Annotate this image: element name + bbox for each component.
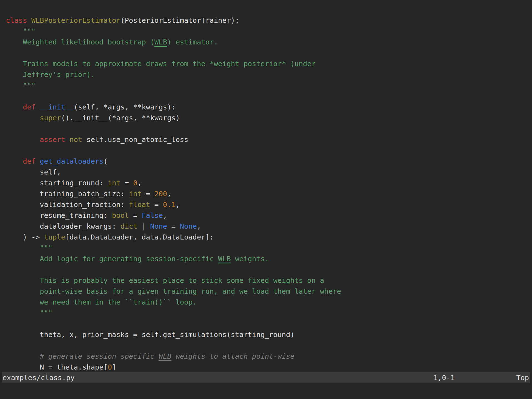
code-token: float — [129, 200, 150, 209]
code-token: None — [180, 222, 197, 230]
code-token: def — [23, 103, 36, 111]
code-token: WLB — [154, 38, 167, 46]
code-token: 0 — [108, 363, 112, 371]
code-token: ] — [112, 363, 116, 371]
statusline-filename: examples/class.py — [2, 372, 75, 383]
code-token: validation_fraction: — [6, 200, 129, 209]
code-token: = — [150, 200, 163, 209]
code-line: # generate session specific WLB weights … — [6, 351, 532, 362]
code-line: Weighted likelihood bootstrap (WLB) esti… — [6, 37, 532, 48]
code-token: [data.DataLoader, data.DataLoader]: — [65, 233, 214, 241]
code-token: = — [167, 222, 180, 230]
code-token: This is probably the easiest place to st… — [6, 276, 324, 285]
code-token: dict — [121, 222, 137, 230]
code-token: False — [142, 211, 163, 220]
code-token: __init__ — [40, 103, 74, 111]
code-token — [65, 135, 69, 144]
code-token: ( — [104, 157, 108, 165]
terminal-window: class WLBPosteriorEstimator(PosteriorEst… — [0, 0, 532, 399]
code-token — [36, 103, 40, 111]
code-line: """ — [6, 308, 532, 318]
code-token: ) estimator. — [167, 38, 218, 46]
code-token: , — [137, 179, 142, 187]
code-token: N = theta.shape[ — [6, 363, 108, 371]
code-line: """ — [6, 80, 532, 91]
code-token: None — [150, 222, 167, 230]
code-token: = — [142, 189, 154, 198]
code-token: assert — [40, 135, 65, 144]
code-token: point-wise basis for a given training ru… — [6, 287, 341, 295]
code-token: Add logic for generating session-specifi… — [6, 255, 218, 263]
code-token: we need them in the ``train()`` loop. — [6, 298, 197, 306]
code-line — [6, 48, 532, 58]
code-token: """ — [6, 27, 36, 35]
code-token: , — [167, 189, 171, 198]
code-token: get_dataloaders — [40, 157, 103, 165]
code-line: resume_training: bool = False, — [6, 210, 532, 221]
code-line: ) -> tuple[data.DataLoader, data.DataLoa… — [6, 232, 532, 243]
code-token: , — [163, 211, 167, 220]
code-token: weights. — [231, 255, 269, 263]
statusline-ruler: 1,0-1 — [433, 372, 455, 383]
code-token: """ — [6, 244, 52, 252]
code-token: super — [40, 114, 61, 122]
code-line: super().__init__(*args, **kwargs) — [6, 113, 532, 123]
code-line: """ — [6, 26, 532, 37]
code-line: Jeffrey's prior). — [6, 69, 532, 80]
code-line: assert not self.use_non_atomic_loss — [6, 134, 532, 145]
code-token: training_batch_size: — [6, 189, 129, 198]
code-token: ) -> — [6, 233, 44, 241]
code-line: self, — [6, 167, 532, 178]
code-token: 0.1 — [163, 200, 176, 209]
code-line — [6, 340, 532, 351]
code-token: 0 — [133, 179, 137, 187]
code-token — [6, 114, 40, 122]
code-token: theta, x, prior_masks = self.get_simulat… — [6, 330, 294, 339]
code-token: self.use_non_atomic_loss — [82, 135, 188, 144]
code-line: """ — [6, 243, 532, 253]
code-token — [6, 157, 23, 165]
code-token: WLB — [159, 352, 171, 360]
code-token: not — [69, 135, 82, 144]
code-token: dataloader_kwargs: — [6, 222, 121, 230]
code-token: = — [121, 179, 133, 187]
code-line: This is probably the easiest place to st… — [6, 275, 532, 286]
vim-command-line — [2, 383, 530, 394]
code-token: int — [129, 189, 142, 198]
code-token — [6, 135, 40, 144]
code-token: weights to attach point-wise — [171, 352, 294, 360]
code-line: theta, x, prior_masks = self.get_simulat… — [6, 329, 532, 340]
code-token — [27, 16, 31, 24]
code-line: def __init__(self, *args, **kwargs): — [6, 102, 532, 113]
code-line: training_batch_size: int = 200, — [6, 188, 532, 199]
code-token: 200 — [154, 189, 167, 198]
code-token: Trains models to approximate draws from … — [6, 59, 316, 68]
code-line: we need them in the ``train()`` loop. — [6, 297, 532, 308]
code-line — [6, 264, 532, 275]
code-token: """ — [6, 81, 36, 89]
code-line: Trains models to approximate draws from … — [6, 58, 532, 69]
code-token: (PosteriorEstimatorTrainer): — [121, 16, 239, 24]
statusline-scroll-position: Top — [516, 372, 529, 383]
code-token — [6, 103, 23, 111]
code-token: """ — [6, 309, 52, 317]
code-token: class — [6, 16, 27, 24]
code-token: | — [137, 222, 150, 230]
code-line: Add logic for generating session-specifi… — [6, 253, 532, 264]
code-line: def get_dataloaders( — [6, 156, 532, 167]
code-line: validation_fraction: float = 0.1, — [6, 199, 532, 210]
code-token: tuple — [44, 233, 65, 241]
code-line: point-wise basis for a given training ru… — [6, 286, 532, 297]
code-token: resume_training: — [6, 211, 112, 220]
code-token: int — [108, 179, 121, 187]
code-token: (self, *args, **kwargs): — [74, 103, 176, 111]
code-line: class WLBPosteriorEstimator(PosteriorEst… — [6, 15, 532, 26]
code-editor[interactable]: class WLBPosteriorEstimator(PosteriorEst… — [6, 15, 532, 373]
code-line — [6, 123, 532, 134]
code-token: # generate session specific — [6, 352, 159, 360]
code-line: N = theta.shape[0] — [6, 362, 532, 373]
code-token: starting_round: — [6, 179, 108, 187]
code-token: def — [23, 157, 36, 165]
code-token: WLB — [218, 255, 231, 263]
code-line: starting_round: int = 0, — [6, 178, 532, 188]
